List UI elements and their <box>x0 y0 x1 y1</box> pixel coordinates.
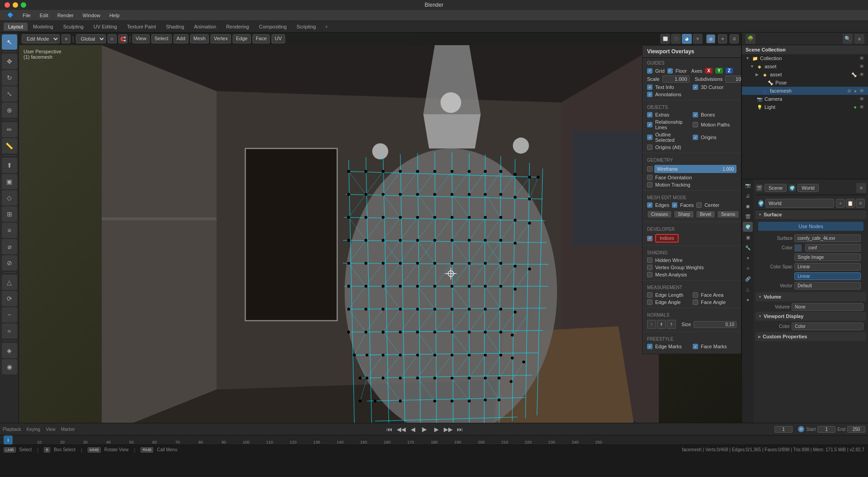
solid-shading-btn[interactable]: ⚫ <box>671 34 681 44</box>
scale-input[interactable] <box>662 75 690 83</box>
render-tab[interactable]: 📷 <box>743 180 753 190</box>
vertex-header-btn[interactable]: Vertex <box>211 34 231 43</box>
origins-checkbox[interactable] <box>693 135 698 140</box>
wireframe-slider[interactable]: Wireframe 1.000 <box>654 165 737 173</box>
eye-icon[interactable]: 👁 <box>859 56 864 61</box>
rotate-tool[interactable]: ↻ <box>2 70 17 85</box>
sharp-btn[interactable]: Sharp <box>674 210 694 218</box>
start-frame-input[interactable] <box>817 426 835 433</box>
eye-icon[interactable]: 👁 <box>859 88 864 94</box>
face-marks-checkbox[interactable] <box>693 344 698 349</box>
tab-animation[interactable]: Animation <box>190 23 221 31</box>
outline-checkbox[interactable] <box>647 135 652 140</box>
prev-frame-btn[interactable]: ◀ <box>408 424 418 434</box>
move-tool[interactable]: ✥ <box>2 54 17 69</box>
transform-pivot-btn[interactable]: ⊙ <box>108 34 117 43</box>
data-tab[interactable]: △ <box>743 284 753 294</box>
world-delete-btn[interactable]: ✕ <box>856 199 865 208</box>
extras-checkbox[interactable] <box>647 112 652 117</box>
object-tab[interactable]: ▣ <box>743 232 753 242</box>
global-select[interactable]: Global <box>76 34 106 43</box>
normals-size-input[interactable] <box>694 321 737 328</box>
tab-texture-paint[interactable]: Texture Paint <box>122 23 160 31</box>
world-name-input[interactable] <box>765 199 834 208</box>
world-tab-btn[interactable]: World <box>798 184 819 192</box>
indices-btn[interactable]: Indices <box>655 234 679 243</box>
edge-marks-checkbox[interactable] <box>647 344 652 349</box>
menu-window[interactable]: Window <box>79 12 104 19</box>
menu-help[interactable]: Help <box>106 12 123 19</box>
tab-scripting[interactable]: Scripting <box>292 23 320 31</box>
face-area-checkbox[interactable] <box>693 292 698 298</box>
scene-tab[interactable]: 🎬 <box>743 211 753 221</box>
loop-cut-tool[interactable]: ⊞ <box>2 206 17 222</box>
viewport[interactable]: Edit Mode ⚙ | Global ⊙ 🧲 | View Select A… <box>19 33 741 423</box>
tab-shading[interactable]: Shading <box>161 23 188 31</box>
physics-tab[interactable]: ⚛ <box>743 263 753 273</box>
cursor-tool[interactable]: ↖ <box>2 34 17 50</box>
outliner-filter-btn[interactable]: ≡ <box>854 34 864 44</box>
pose-item[interactable]: 🦴 Pose <box>742 79 868 87</box>
bevel-btn[interactable]: Bevel <box>696 210 715 218</box>
asset-sub-item[interactable]: ▶ ◆ asset 🦴 👁 <box>742 70 868 79</box>
hidden-wire-checkbox[interactable] <box>647 257 652 263</box>
constraints-tab[interactable]: 🔗 <box>743 274 753 284</box>
viewport-options-btn[interactable]: ⚙ <box>61 34 70 43</box>
viewport-options-btn2[interactable]: ≡ <box>730 34 739 43</box>
cursor3d-checkbox[interactable] <box>693 84 698 90</box>
collection-item[interactable]: ▼ 📁 Collection 👁 <box>742 54 868 62</box>
play-btn[interactable]: ▶ <box>420 424 430 434</box>
viewport-overlays-btn[interactable]: ◉ <box>706 34 715 43</box>
axis-z-btn[interactable]: Z <box>726 68 733 74</box>
gizmo-btn[interactable]: ⌖ <box>718 34 727 43</box>
viewport-display-section[interactable]: ▼ Viewport Display <box>755 312 866 321</box>
prev-keyframe-btn[interactable]: ◀◀ <box>396 424 406 434</box>
vertex-group-checkbox[interactable] <box>647 265 652 270</box>
output-tab[interactable]: 🖨 <box>743 191 753 201</box>
add-workspace-button[interactable]: + <box>321 23 331 31</box>
smooth-tool[interactable]: ~ <box>2 307 17 323</box>
use-nodes-btn[interactable]: Use Nodes <box>758 222 863 231</box>
close-button[interactable] <box>5 2 10 8</box>
faces-checkbox[interactable] <box>672 202 677 208</box>
world-copy-btn[interactable]: 📋 <box>846 199 855 208</box>
mesh-analysis-checkbox[interactable] <box>647 272 652 277</box>
face-angle-checkbox[interactable] <box>693 299 698 305</box>
center-checkbox[interactable] <box>696 202 702 208</box>
shrink-tool[interactable]: ◉ <box>2 359 17 374</box>
color-swatch[interactable] <box>794 244 802 252</box>
end-frame-input[interactable] <box>847 426 865 433</box>
view-label[interactable]: View <box>46 427 56 432</box>
next-keyframe-btn[interactable]: ▶▶ <box>443 424 453 434</box>
spin-tool[interactable]: ⟳ <box>2 291 17 306</box>
indices-checkbox[interactable] <box>647 236 652 241</box>
snap-btn[interactable]: 🧲 <box>118 34 127 43</box>
eye-icon[interactable]: 👁 <box>859 64 864 69</box>
vertex-normals-icon[interactable]: ↑ <box>647 320 656 329</box>
add-header-btn[interactable]: Add <box>174 34 189 43</box>
light-item[interactable]: 💡 Light ● 👁 <box>742 103 868 111</box>
material-shading-btn[interactable]: ◕ <box>682 34 692 44</box>
origins-all-checkbox[interactable] <box>647 145 652 150</box>
tab-uv-editing[interactable]: UV Editing <box>89 23 122 31</box>
extrude-tool[interactable]: ⬆ <box>2 158 17 173</box>
motion-paths-checkbox[interactable] <box>693 122 698 127</box>
transform-tool[interactable]: ⊕ <box>2 103 17 118</box>
props-close-btn[interactable]: ✕ <box>856 183 866 193</box>
marker-label[interactable]: Marker <box>61 427 75 432</box>
tab-compositing[interactable]: Compositing <box>254 23 291 31</box>
grid-checkbox[interactable] <box>647 68 652 74</box>
edit-mode-select[interactable]: Edit Mode <box>22 34 60 43</box>
offset-tool[interactable]: ≡ <box>2 223 17 238</box>
mesh-header-btn[interactable]: Mesh <box>190 34 209 43</box>
tab-modeling[interactable]: Modeling <box>28 23 58 31</box>
playback-label[interactable]: Playback <box>3 427 21 432</box>
edges-checkbox[interactable] <box>647 202 652 208</box>
render-shading-btn[interactable]: ☀ <box>693 34 703 44</box>
edge-angle-checkbox[interactable] <box>647 299 652 305</box>
current-frame-input[interactable] <box>774 426 793 433</box>
eye-icon[interactable]: 👁 <box>859 104 864 110</box>
tab-layout[interactable]: Layout <box>4 23 28 31</box>
textinfo-checkbox[interactable] <box>647 84 652 90</box>
knife-tool[interactable]: ⌀ <box>2 239 17 254</box>
